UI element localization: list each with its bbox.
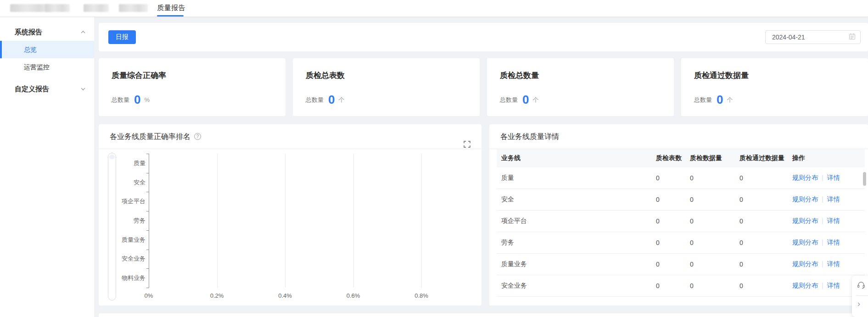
cell-actions: 规则分布|详情 xyxy=(792,260,865,268)
column-header: 操作 xyxy=(792,154,865,162)
redacted-tab[interactable] xyxy=(84,4,109,12)
datazoom-slider[interactable] xyxy=(108,153,116,300)
sidebar-divider-gap xyxy=(0,76,94,80)
x-axis-tick-label: 0.2% xyxy=(203,292,231,299)
collapse-chevron-icon[interactable]: › xyxy=(857,300,860,307)
x-axis-tick-label: 0.6% xyxy=(340,292,367,299)
action-separator: | xyxy=(822,282,823,289)
redacted-tab[interactable] xyxy=(45,4,70,12)
y-axis-category-label: 物料业务 xyxy=(117,274,146,282)
sidebar: 系统报告 总览 运营监控 自定义报告 xyxy=(0,17,94,317)
datazoom-handle[interactable] xyxy=(109,155,115,159)
column-header: 业务线 xyxy=(497,154,656,162)
x-gridline xyxy=(421,154,422,288)
stat-card-title: 质量综合正确率 xyxy=(112,70,273,81)
table-row: 安全000规则分布|详情 xyxy=(497,189,865,211)
cell-passed-data-volume: 0 xyxy=(739,217,792,225)
y-axis-category-label: 劳务 xyxy=(117,217,146,224)
detail-link[interactable]: 详情 xyxy=(827,174,840,181)
rule-distribution-link[interactable]: 规则分布 xyxy=(792,195,818,203)
column-header: 质检表数 xyxy=(656,154,690,162)
action-separator: | xyxy=(822,239,823,246)
stat-card-value: 0 xyxy=(134,93,140,107)
stat-card-passed-volume: 质检通过数据量 总数量 0 个 xyxy=(681,58,868,116)
widget-divider xyxy=(857,295,868,296)
x-gridline xyxy=(353,154,354,288)
cell-business-line: 项企平台 xyxy=(497,217,656,225)
cell-actions: 规则分布|详情 xyxy=(792,174,865,182)
y-axis-tick xyxy=(146,288,149,288)
action-separator: | xyxy=(822,174,823,181)
report-toolbar: 日报 xyxy=(99,23,868,51)
floating-helper-widget: › xyxy=(852,276,868,317)
table-body: 质量000规则分布|详情安全000规则分布|详情项企平台000规则分布|详情劳务… xyxy=(497,167,865,297)
stat-card-value: 0 xyxy=(328,93,335,107)
date-picker[interactable] xyxy=(765,30,861,44)
x-axis-tick-label: 0.8% xyxy=(408,292,435,299)
cell-actions: 规则分布|详情 xyxy=(792,195,865,204)
stat-card-label: 总数量 xyxy=(306,96,324,104)
cell-business-line: 质量业务 xyxy=(497,260,656,268)
headset-support-icon[interactable] xyxy=(857,280,866,291)
sidebar-group-custom-report[interactable]: 自定义报告 xyxy=(0,80,94,98)
calendar-icon xyxy=(849,33,856,42)
rule-distribution-link[interactable]: 规则分布 xyxy=(792,282,818,289)
fullscreen-expand-icon[interactable] xyxy=(464,133,470,140)
top-tab-bar: 质量报告 xyxy=(0,0,868,17)
table-panel-title: 各业务线质量详情 xyxy=(500,124,559,149)
cell-check-data-volume: 0 xyxy=(690,239,739,246)
y-axis-tick xyxy=(146,192,149,192)
daily-report-button[interactable]: 日报 xyxy=(108,30,136,44)
detail-link[interactable]: 详情 xyxy=(827,239,840,246)
sidebar-group-label: 系统报告 xyxy=(15,23,42,41)
help-icon[interactable]: ? xyxy=(194,133,201,140)
tab-quality-report[interactable]: 质量报告 xyxy=(157,4,185,12)
table-row: 安全业务000规则分布|详情 xyxy=(497,275,865,297)
x-axis-tick-label: 0.4% xyxy=(271,292,299,299)
rule-distribution-link[interactable]: 规则分布 xyxy=(792,260,818,267)
stat-card-label: 总数量 xyxy=(500,96,518,104)
rule-distribution-link[interactable]: 规则分布 xyxy=(792,217,818,224)
table-scrollbar-thumb[interactable] xyxy=(863,172,866,186)
cell-passed-data-volume: 0 xyxy=(739,282,792,289)
detail-link[interactable]: 详情 xyxy=(827,217,840,224)
stat-card-total-tables: 质检总表数 总数量 0 个 xyxy=(293,58,480,116)
redacted-tab[interactable] xyxy=(119,4,148,12)
x-gridline xyxy=(217,154,218,288)
x-axis-tick-label: 0% xyxy=(135,292,162,299)
table-header-row: 业务线质检表数质检数据量质检通过数据量操作 xyxy=(497,149,865,167)
stat-card-unit: 个 xyxy=(338,96,344,104)
rule-distribution-link[interactable]: 规则分布 xyxy=(792,239,818,246)
column-header: 质检通过数据量 xyxy=(739,154,792,162)
stat-card-title: 质检通过数据量 xyxy=(694,70,855,81)
y-axis-tick xyxy=(146,154,149,154)
stat-card-accuracy: 质量综合正确率 总数量 0 % xyxy=(99,58,286,116)
y-axis-tick xyxy=(146,230,149,231)
detail-link[interactable]: 详情 xyxy=(827,260,840,267)
cell-actions: 规则分布|详情 xyxy=(792,239,865,247)
cell-check-data-volume: 0 xyxy=(690,174,739,182)
sidebar-group-system-report[interactable]: 系统报告 xyxy=(0,23,94,41)
cell-check-tables: 0 xyxy=(656,282,690,289)
cell-check-data-volume: 0 xyxy=(690,196,739,203)
y-axis-tick xyxy=(146,173,149,173)
sidebar-item-operation-monitoring[interactable]: 运营监控 xyxy=(0,58,94,76)
sidebar-item-overview[interactable]: 总览 xyxy=(0,41,94,58)
table-row: 劳务000规则分布|详情 xyxy=(497,232,865,254)
detail-link[interactable]: 详情 xyxy=(827,282,840,289)
rule-distribution-link[interactable]: 规则分布 xyxy=(792,174,818,181)
y-axis-line xyxy=(149,154,149,288)
stat-card-title: 质检总表数 xyxy=(306,70,467,81)
chevron-up-icon xyxy=(80,29,86,35)
cell-passed-data-volume: 0 xyxy=(739,196,792,203)
cell-business-line: 劳务 xyxy=(497,239,656,247)
cell-passed-data-volume: 0 xyxy=(739,239,792,246)
cell-check-data-volume: 0 xyxy=(690,261,739,268)
stat-card-value: 0 xyxy=(522,93,529,107)
cell-business-line: 质量 xyxy=(497,174,656,182)
detail-link[interactable]: 详情 xyxy=(827,195,840,203)
column-header: 质检数据量 xyxy=(690,154,739,162)
cell-business-line: 安全 xyxy=(497,195,656,204)
date-picker-input[interactable] xyxy=(772,33,849,41)
cell-check-tables: 0 xyxy=(656,196,690,203)
